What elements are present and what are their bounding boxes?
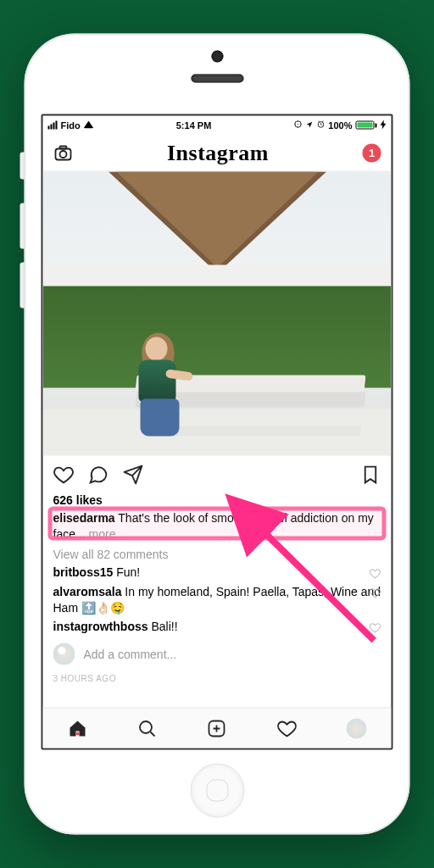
likes-count[interactable]: 626 likes	[43, 493, 392, 509]
view-all-comments[interactable]: View all 82 comments	[43, 545, 392, 562]
dm-badge[interactable]: 1	[363, 143, 381, 162]
search-icon	[137, 718, 158, 738]
phone-device-frame: Fido 5:14 PM 100%	[25, 34, 410, 835]
svg-point-4	[60, 151, 67, 158]
comment-like-heart-icon[interactable]	[370, 587, 381, 598]
charging-icon	[381, 120, 387, 131]
front-camera	[211, 51, 223, 63]
carrier-label: Fido	[61, 120, 81, 131]
post-actions-row	[43, 456, 392, 493]
caption[interactable]: elisedarma That's the look of smoothie b…	[43, 509, 392, 546]
home-button[interactable]	[190, 764, 244, 818]
signal-bars-icon	[48, 121, 58, 130]
volume-down-button	[20, 263, 25, 309]
app-header: Instagram 1	[43, 135, 392, 172]
clock: 5:14 PM	[176, 120, 212, 131]
comment-row[interactable]: instagrowthboss Bali!!	[43, 617, 392, 637]
instagram-logo: Instagram	[167, 140, 269, 165]
profile-avatar-icon	[346, 718, 366, 738]
svg-line-8	[151, 732, 155, 736]
save-bookmark-icon[interactable]	[360, 464, 381, 485]
battery-percent: 100%	[328, 120, 352, 131]
comment-username[interactable]: instagrowthboss	[53, 620, 148, 633]
tab-home[interactable]	[68, 718, 88, 738]
status-bar: Fido 5:14 PM 100%	[43, 116, 392, 135]
comment-bubble-icon[interactable]	[88, 464, 109, 485]
comment-row[interactable]: alvaromsala In my homeland, Spain! Paell…	[43, 581, 392, 617]
feed-content[interactable]: 626 likes elisedarma That's the look of …	[43, 172, 392, 708]
comment-row[interactable]: britboss15 Fun!	[43, 562, 392, 581]
camera-icon[interactable]	[53, 142, 74, 163]
tab-new-post[interactable]	[207, 718, 227, 738]
tab-profile[interactable]	[346, 718, 366, 738]
comment-username[interactable]: alvaromsala	[53, 584, 122, 598]
comment-like-heart-icon[interactable]	[370, 622, 381, 634]
comment-text: Bali!!	[148, 620, 178, 633]
add-comment-input[interactable]: Add a comment...	[84, 648, 381, 661]
like-heart-icon[interactable]	[53, 464, 75, 485]
svg-point-7	[140, 721, 152, 733]
alarm-icon	[316, 120, 325, 131]
comment-text: Fun!	[113, 565, 140, 578]
share-paper-plane-icon[interactable]	[123, 464, 144, 485]
heart-icon	[276, 718, 297, 738]
comment-like-heart-icon[interactable]	[370, 567, 381, 579]
battery-icon	[356, 121, 377, 130]
volume-up-button	[20, 203, 25, 249]
location-icon	[293, 120, 302, 131]
caption-username[interactable]: elisedarma	[53, 511, 115, 525]
notification-dot	[76, 732, 80, 735]
screen: Fido 5:14 PM 100%	[42, 114, 393, 750]
plus-square-icon	[207, 718, 227, 738]
add-comment-row[interactable]: Add a comment...	[43, 637, 392, 669]
location-arrow-icon	[305, 120, 313, 131]
svg-point-1	[298, 124, 298, 125]
wifi-icon	[84, 120, 94, 131]
user-avatar	[53, 643, 75, 665]
more-link[interactable]: more	[89, 526, 116, 540]
mute-switch	[20, 153, 25, 180]
svg-rect-5	[60, 146, 67, 148]
post-timestamp: 3 HOURS AGO	[43, 669, 392, 692]
earpiece-speaker	[191, 75, 243, 83]
tab-activity[interactable]	[276, 718, 297, 738]
post-photo[interactable]	[43, 172, 392, 456]
comment-username[interactable]: britboss15	[53, 565, 114, 578]
home-icon	[68, 718, 88, 738]
tab-search[interactable]	[137, 718, 158, 738]
tab-bar	[43, 708, 392, 748]
